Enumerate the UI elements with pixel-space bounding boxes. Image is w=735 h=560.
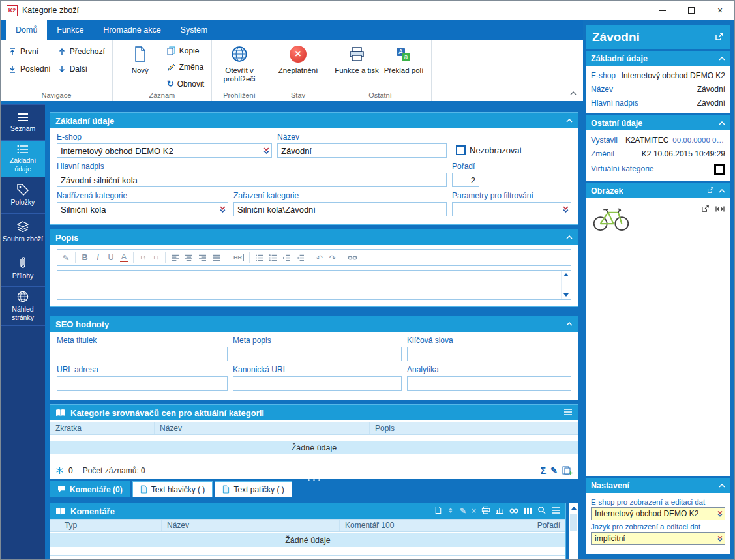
invalidate-button[interactable]: ✕ Zneplatnění xyxy=(271,41,325,89)
new-record-icon[interactable] xyxy=(435,506,442,516)
bullet-list-icon[interactable] xyxy=(269,254,277,261)
virtual-category-checkbox[interactable] xyxy=(714,164,725,175)
nazev-input[interactable] xyxy=(277,143,447,158)
edit-icon[interactable]: ✎ xyxy=(550,465,558,475)
klicova-slova-input[interactable] xyxy=(407,347,571,361)
last-button[interactable]: Poslední xyxy=(5,64,54,74)
copy-button[interactable]: Kopie xyxy=(164,46,207,56)
tab-text-paticky[interactable]: Text patičky ( ) xyxy=(215,481,292,497)
collapse-section-button[interactable] xyxy=(719,484,725,488)
tab-funkce[interactable]: Funkce xyxy=(47,20,93,40)
binoculars-icon[interactable] xyxy=(509,507,518,516)
scroll-up-button[interactable] xyxy=(569,503,578,512)
parametry-filtrovani-combo[interactable] xyxy=(452,202,571,216)
column-typ[interactable]: Typ xyxy=(59,520,162,531)
justify-icon[interactable] xyxy=(212,254,220,261)
functions-print-button[interactable]: Funkce a tisk xyxy=(333,41,380,89)
outdent-icon[interactable] xyxy=(282,254,291,261)
dropdown-arrow-icon[interactable] xyxy=(263,147,270,155)
tab-domu[interactable]: Domů xyxy=(6,20,47,40)
description-textarea[interactable] xyxy=(57,270,571,300)
column-poradi[interactable]: Pořadí xyxy=(532,520,565,531)
column-nazev[interactable]: Název xyxy=(155,422,370,434)
nezobrazovat-checkbox[interactable] xyxy=(456,145,466,155)
collapse-ribbon-button[interactable] xyxy=(570,86,577,98)
sum-icon[interactable]: Σ xyxy=(541,465,546,476)
indent-icon[interactable] xyxy=(296,254,305,261)
redo-icon[interactable]: ↷ xyxy=(329,253,337,263)
sidebar-item-seznam[interactable]: Seznam xyxy=(1,104,45,141)
new-button[interactable]: Nový xyxy=(117,41,164,89)
close-button[interactable]: × xyxy=(706,1,734,20)
kanonicka-url-input[interactable] xyxy=(233,376,402,391)
language-display-combo[interactable]: implicitní xyxy=(591,532,725,545)
grid-menu-icon[interactable] xyxy=(551,507,560,516)
tab-text-hlavicky[interactable]: Text hlavičky ( ) xyxy=(132,481,213,497)
eshop-combo[interactable] xyxy=(57,143,272,158)
previous-button[interactable]: Předchozí xyxy=(54,46,108,57)
hlavni-nadpis-input[interactable] xyxy=(57,173,447,187)
nadrizena-kategorie-combo[interactable] xyxy=(57,202,228,216)
zarazeni-kategorie-input[interactable] xyxy=(233,202,447,216)
delete-icon[interactable]: × xyxy=(472,507,476,516)
columns-icon[interactable] xyxy=(524,507,532,516)
link-icon[interactable] xyxy=(348,255,357,261)
next-button[interactable]: Další xyxy=(54,64,108,74)
collapse-panel-button[interactable] xyxy=(566,119,573,123)
open-in-browser-button[interactable]: Otevřít v prohlížeči xyxy=(216,41,263,89)
zoom-icon[interactable] xyxy=(537,506,546,516)
ordered-list-icon[interactable] xyxy=(255,254,263,261)
collapse-panel-button[interactable] xyxy=(566,235,573,239)
tab-system[interactable]: Systém xyxy=(171,20,218,40)
snowflake-icon[interactable] xyxy=(55,466,64,475)
analytika-input[interactable] xyxy=(407,376,571,391)
tab-komentare[interactable]: Komentáře (0) xyxy=(50,481,130,497)
decrease-text-icon[interactable]: T↓ xyxy=(152,254,160,261)
eshop-input[interactable] xyxy=(57,143,272,158)
column-komentar[interactable]: Komentář 100 xyxy=(340,520,532,531)
font-color-icon[interactable]: A xyxy=(120,253,128,263)
undo-icon[interactable]: ↶ xyxy=(316,253,323,263)
horizontal-rule-icon[interactable]: HR xyxy=(232,254,244,261)
open-external-icon[interactable] xyxy=(715,30,724,44)
increase-text-icon[interactable]: T↑ xyxy=(139,254,147,261)
sidebar-item-zakladni-udaje[interactable]: Základní údaje xyxy=(1,141,45,177)
edit-icon[interactable]: ✎ xyxy=(460,507,466,516)
refresh-button[interactable]: ↻ Obnovit xyxy=(164,78,207,89)
eshop-display-combo[interactable]: Internetový obchod DEMO K2 xyxy=(591,507,725,520)
dropdown-arrow-icon[interactable] xyxy=(717,535,723,542)
align-right-icon[interactable] xyxy=(198,254,207,261)
minimize-button[interactable] xyxy=(648,1,677,20)
dropdown-arrow-icon[interactable] xyxy=(219,206,226,213)
sidebar-item-polozky[interactable]: Položky xyxy=(1,177,45,214)
chart-icon[interactable] xyxy=(496,507,504,516)
translate-fields-button[interactable]: Aa Překlad polí xyxy=(380,41,427,89)
grid-menu-icon[interactable] xyxy=(563,408,573,418)
align-center-icon[interactable] xyxy=(185,254,193,261)
column-nazev[interactable]: Název xyxy=(162,520,340,531)
scroll-up-icon[interactable] xyxy=(563,273,569,276)
parametry-filtrovani-input[interactable] xyxy=(452,202,571,216)
sidebar-item-souhrn-zbozi[interactable]: Souhrn zboží xyxy=(1,214,45,250)
scroll-down-icon[interactable] xyxy=(563,293,569,297)
open-image-icon[interactable] xyxy=(707,186,714,196)
change-button[interactable]: Změna xyxy=(164,62,207,72)
poradi-input[interactable] xyxy=(452,173,479,187)
copy-add-icon[interactable] xyxy=(562,466,573,475)
column-zkratka[interactable]: Zkratka xyxy=(50,422,155,434)
dropdown-arrow-icon[interactable] xyxy=(717,510,723,517)
tab-hromadne-akce[interactable]: Hromadné akce xyxy=(93,20,170,40)
collapse-section-button[interactable] xyxy=(719,57,725,61)
align-left-icon[interactable] xyxy=(171,254,179,261)
collapse-section-button[interactable] xyxy=(719,121,725,125)
sort-icon[interactable] xyxy=(447,507,455,516)
nadrizena-kategorie-input[interactable] xyxy=(57,202,228,216)
fit-width-icon[interactable] xyxy=(715,203,725,215)
print-icon[interactable] xyxy=(481,506,490,516)
underline-icon[interactable]: U xyxy=(107,253,115,262)
collapse-panel-button[interactable] xyxy=(566,322,573,326)
bold-icon[interactable]: B xyxy=(81,253,89,262)
column-popis[interactable]: Popis xyxy=(370,422,578,434)
url-adresa-input[interactable] xyxy=(57,376,228,391)
edit-icon[interactable]: ✎ xyxy=(62,253,70,263)
